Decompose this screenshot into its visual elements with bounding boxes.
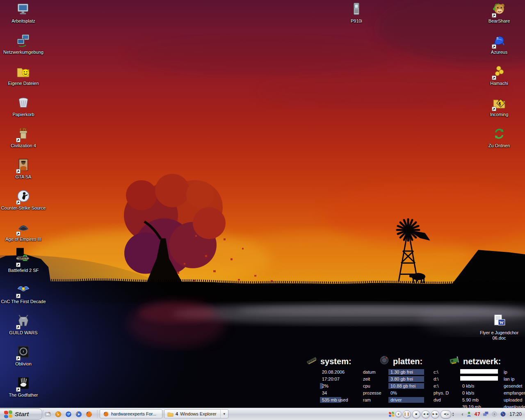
desktop-icon-incoming[interactable]: Incoming	[470, 96, 525, 117]
widget-label: uploaded	[504, 397, 522, 402]
widget-value: 2%	[320, 383, 331, 389]
desktop-icon-zuordnen[interactable]: Zu Ordnen	[470, 127, 525, 148]
widget-value: 0 kb/s	[460, 390, 476, 396]
desktop-icon-label: Zu Ordnen	[470, 143, 525, 148]
desktop-icon-azureus[interactable]: Azureus	[470, 33, 525, 55]
widget-label: e:\	[434, 383, 438, 388]
shortcut-arrow-icon	[16, 261, 21, 266]
wmp-previous-button[interactable]: ◄◄	[422, 410, 430, 418]
desktop-icon-worddoc[interactable]: WFlyer e Jugendchor 06.doc	[472, 314, 525, 341]
widget-value: 0 kb/s	[460, 383, 476, 389]
tray-avast-icon[interactable]: a	[500, 411, 506, 417]
desktop-icon-computer[interactable]: Arbeitsplatz	[0, 2, 52, 24]
desktop-icon-bearshare[interactable]: BearShare	[470, 2, 525, 24]
guildwars-icon	[16, 314, 30, 328]
group-count: 4	[176, 411, 178, 416]
start-button-label: Start	[15, 411, 32, 418]
desktop-icon-label: Oblivion	[0, 361, 52, 367]
desktop-icon-godfather[interactable]: The Godfather	[0, 376, 52, 398]
taskbar-button-firefox[interactable]: hardwareexperts For...	[100, 409, 162, 418]
shortcut-arrow-icon	[492, 105, 496, 110]
desktop-icon-mydocs[interactable]: Eigene Dateien	[0, 64, 52, 86]
quicklaunch-fl-studio-icon[interactable]: fl	[55, 411, 62, 418]
desktop-icon-cssource[interactable]: Counter-Strike Source	[0, 189, 52, 211]
quicklaunch-thunderbird-icon[interactable]	[65, 411, 72, 418]
wmp-dropdown-button[interactable]: ▾	[395, 411, 402, 417]
widget-value: 10.88 gb frei	[388, 383, 424, 389]
desktop-icon-label: GUILD WARS	[0, 330, 52, 336]
cssource-icon	[16, 189, 30, 203]
desktop-icon-cnc[interactable]: CnC The First Decade	[0, 283, 52, 304]
wmp-pause-button[interactable]: ❙❙	[403, 410, 411, 418]
shortcut-arrow-icon	[492, 74, 496, 79]
widget-row: lan ip	[448, 375, 501, 382]
start-button[interactable]: Start	[0, 409, 42, 420]
nic-icon	[448, 355, 461, 368]
desktop-icon-oblivion[interactable]: Oblivion	[0, 345, 52, 367]
svg-text:S: S	[493, 413, 495, 415]
widget-label: phys. D	[434, 390, 449, 395]
taskbar-clock[interactable]: 17:20	[509, 411, 522, 417]
incoming-icon	[492, 96, 506, 110]
desktop-icon-label: Counter-Strike Source	[0, 205, 52, 211]
desktop-icon-guildwars[interactable]: GUILD WARS	[0, 314, 52, 336]
wallpaper-scene	[0, 0, 525, 408]
tray-buddy-icon[interactable]	[466, 411, 472, 417]
tray-temperature-readout[interactable]: 47	[475, 411, 480, 417]
godfather-icon	[16, 376, 30, 390]
widget-value: 5.90 mb	[460, 397, 481, 403]
desktop-icon-label: Flyer e Jugendchor 06.doc	[472, 330, 525, 341]
widget-row: 3.80 gb freid:\	[378, 375, 424, 382]
desktop-icon-label: Age of Empires III	[0, 237, 52, 242]
widget-row: 0%phys. D	[378, 389, 424, 396]
aoe3-icon	[16, 220, 30, 234]
desktop-icon-hamachi[interactable]: Hamachi	[470, 64, 525, 86]
desktop-icon-label: Azureus	[470, 50, 525, 55]
widget-row: 0 kb/sgesendet	[448, 382, 501, 389]
firefox-icon	[103, 411, 109, 417]
desktop-icon-civ4[interactable]: CIVCivilization 4	[0, 127, 52, 148]
shortcut-arrow-icon	[16, 324, 21, 328]
wmp-logo-icon[interactable]	[389, 411, 394, 417]
wmp-volume-button[interactable]: ◄)▾	[441, 410, 451, 418]
widget-section-title: system:	[320, 357, 352, 366]
widget-value: 34	[320, 390, 329, 396]
desktop-icon-label: The Godfather	[0, 393, 52, 398]
quicklaunch-show-desktop-icon[interactable]	[44, 411, 52, 418]
taskbar-button-explorer-group[interactable]: 4Windows Explorer▾	[164, 409, 228, 418]
taskbar-separator	[43, 410, 44, 418]
tray-steam-icon[interactable]: S	[491, 411, 498, 417]
quicklaunch-firefox-icon[interactable]	[85, 411, 93, 418]
gtasa-icon	[16, 158, 30, 172]
desktop-icon-bf2[interactable]: 2BATTLEFIELDBattlefield 2 SF	[0, 251, 52, 273]
widget-label: d:\	[434, 377, 438, 381]
wmp-stop-button[interactable]: ■	[412, 410, 420, 418]
desktop-icon-recycle[interactable]: Papierkorb	[0, 96, 52, 117]
widget-value: 535 mb used	[320, 397, 350, 403]
shortcut-arrow-icon	[16, 386, 21, 390]
tray-collapse-chevron[interactable]: ‹	[461, 411, 463, 417]
desktop-icon-phone[interactable]: P910i	[328, 2, 385, 24]
desktop-icon-aoe3[interactable]: Age of Empires III	[0, 220, 52, 242]
group-dropdown-arrow[interactable]: ▾	[220, 410, 225, 418]
desktop-icon-network[interactable]: Netzwerkumgebung	[0, 33, 52, 55]
widget-section-platten: platten:1.30 gb freic:\3.80 gb freid:\10…	[378, 356, 424, 403]
shortcut-arrow-icon	[492, 12, 496, 16]
widget-label: lan ip	[504, 377, 514, 381]
widget-row: driverdvd	[378, 396, 424, 403]
desktop-icon-label: Incoming	[470, 112, 525, 117]
deskband-resize-control[interactable]: ▴▾	[452, 412, 454, 417]
svg-text:fl: fl	[57, 413, 59, 415]
widget-section-netzwerk: netzwerk:iplan ip0 kb/sgesendet0 kb/semp…	[448, 356, 501, 410]
redacted-value-bar	[460, 369, 498, 374]
quicklaunch-media-player-icon[interactable]	[75, 411, 82, 418]
widget-label: ram	[363, 397, 371, 402]
widget-row: 535 mb usedram	[306, 396, 352, 403]
widget-row: 10.88 gb freie:\	[378, 382, 424, 389]
computer-icon	[16, 2, 30, 16]
widget-value: driver	[388, 397, 424, 403]
tray-network-computers-icon[interactable]	[483, 411, 489, 417]
desktop-icon-gtasa[interactable]: GTA SA	[0, 158, 52, 180]
wmp-next-button[interactable]: ►►	[431, 410, 439, 418]
recycle-icon	[16, 96, 30, 110]
